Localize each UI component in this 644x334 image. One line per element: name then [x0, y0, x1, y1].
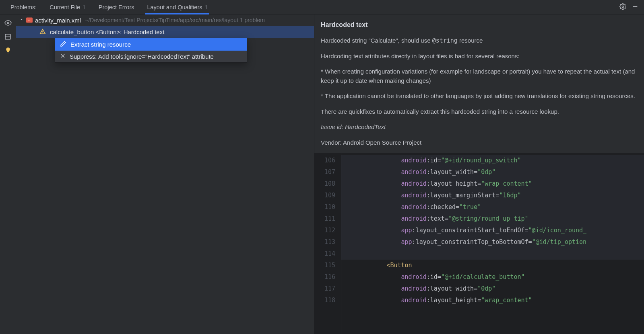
- detail-text: There are quickfixes to automatically ex…: [321, 107, 638, 117]
- detail-title: Hardcoded text: [321, 20, 638, 30]
- fix-extract-string[interactable]: Extract string resource: [55, 38, 247, 51]
- tab-current-file[interactable]: Current File 1: [43, 0, 92, 14]
- layout-icon[interactable]: [4, 33, 11, 41]
- edit-icon: [60, 41, 66, 48]
- code-body[interactable]: android:id="@+id/round_up_switch" androi…: [341, 153, 644, 334]
- close-icon: [60, 53, 66, 60]
- quick-fix-popup: Extract string resource Suppress: Add to…: [55, 38, 247, 63]
- svg-text:‹›: ‹›: [29, 18, 31, 22]
- tab-problems-label: Problems:: [4, 0, 43, 14]
- svg-point-2: [7, 22, 9, 24]
- minimize-icon[interactable]: [632, 3, 638, 11]
- lightbulb-icon[interactable]: [5, 47, 11, 55]
- xml-file-icon: ‹›: [26, 17, 33, 23]
- detail-pane: Hardcoded text Hardcoded string "Calcula…: [314, 14, 644, 334]
- fix-label: Suppress: Add tools:ignore="HardcodedTex…: [70, 53, 214, 60]
- svg-point-0: [622, 6, 623, 7]
- tab-project-errors[interactable]: Project Errors: [92, 0, 141, 14]
- problems-tree[interactable]: ‹› activity_main.xml ~/Development/Test …: [16, 14, 314, 334]
- line-number-gutter: 106107108109110111112113114115116117118: [314, 153, 341, 334]
- detail-text: * The application cannot be translated t…: [321, 92, 638, 101]
- detail-text: Hardcoding text attributes directly in l…: [321, 52, 638, 61]
- tree-problem-row[interactable]: calculate_button <Button>: Hardcoded tex…: [16, 26, 314, 38]
- chevron-down-icon[interactable]: [19, 17, 24, 23]
- problems-tab-bar: Problems: Current File 1 Project Errors …: [0, 0, 644, 14]
- tree-file-path: ~/Development/Test Projects/TipTime/app/…: [85, 17, 265, 23]
- issue-id: Issue id: HardcodedText: [321, 123, 638, 132]
- vendor-text: Vendor: Android Open Source Project: [321, 138, 638, 148]
- detail-text: * When creating configuration variations…: [321, 67, 638, 85]
- tree-file-name: activity_main.xml: [35, 17, 81, 24]
- detail-description: Hardcoded text Hardcoded string "Calcula…: [314, 14, 644, 153]
- fix-suppress[interactable]: Suppress: Add tools:ignore="HardcodedTex…: [55, 51, 247, 62]
- tab-layout-qualifiers[interactable]: Layout and Qualifiers 1: [140, 0, 214, 14]
- warning-icon: [39, 28, 46, 36]
- eye-refresh-icon[interactable]: [4, 19, 12, 28]
- code-preview[interactable]: 106107108109110111112113114115116117118 …: [314, 153, 644, 334]
- fix-label: Extract string resource: [70, 41, 131, 48]
- detail-text: Hardcoded string "Calculate", should use…: [321, 36, 638, 45]
- tree-file-row[interactable]: ‹› activity_main.xml ~/Development/Test …: [16, 14, 314, 26]
- gear-icon[interactable]: [619, 3, 626, 11]
- left-gutter: [0, 14, 16, 334]
- tree-problem-label: calculate_button <Button>: Hardcoded tex…: [50, 29, 164, 35]
